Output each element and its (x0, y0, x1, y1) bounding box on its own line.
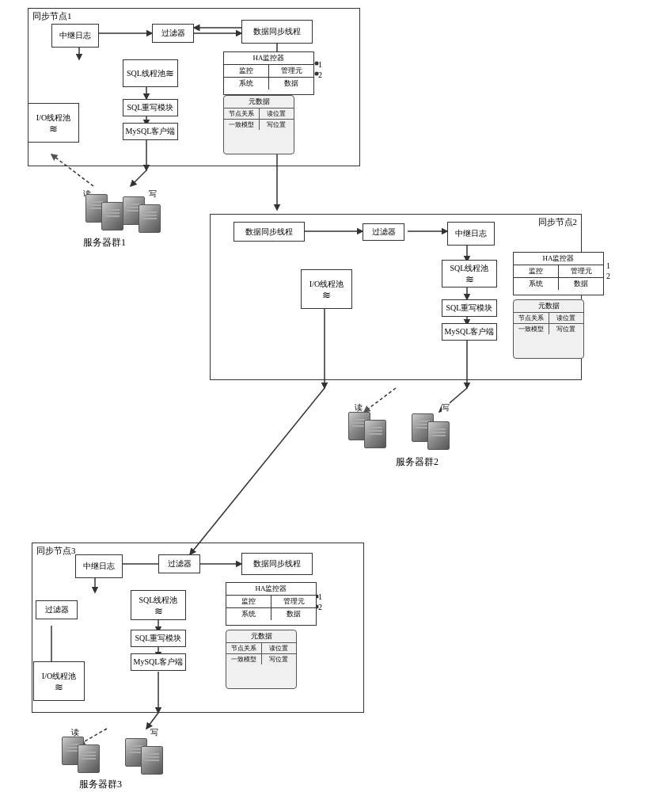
node3-io-pool: I/O线程池 ≋ (33, 661, 85, 701)
cluster2-label: 服务器群2 (396, 455, 439, 469)
node3-meta-db: 元数据 节点关系 读位置 一致模型 写位置 (226, 630, 297, 689)
node3-ha-num2: 2 (318, 603, 322, 611)
node2-relay-log: 中继日志 (447, 222, 495, 246)
node1-ha-box: HA监控器 监控 管理元 系统 数据 (223, 51, 314, 95)
svg-line-9 (131, 170, 146, 186)
node1-ha-num2: 2 (318, 70, 322, 79)
node2-write-label: 写 (442, 402, 450, 413)
node3-mysql-client: MySQL客户端 (131, 653, 186, 671)
node2-label: 同步节点2 (538, 216, 578, 228)
server-cluster1-b (101, 202, 123, 230)
node2-sql-pool: SQL线程池 ≋ (442, 260, 497, 287)
node1-label: 同步节点1 (32, 10, 72, 22)
node3-sql-rewrite: SQL重写模块 (131, 630, 186, 647)
cluster3-label: 服务器群3 (79, 778, 122, 791)
node2-ha-num1: 1 (606, 261, 610, 270)
node3-filter: 过滤器 (158, 554, 200, 573)
server-cluster1-d (139, 204, 161, 233)
node1-io-pool: I/O线程池 ≋ (28, 103, 79, 143)
node1-meta-db: 元数据 节点关系 读位置 一致模型 写位置 (223, 95, 294, 154)
node1-filter: 过滤器 (152, 24, 194, 43)
svg-line-17 (364, 388, 396, 412)
node1-sql-pool: SQL线程池 ≋ (123, 59, 178, 87)
server-cluster2-d (427, 421, 450, 450)
server-cluster3-b (78, 744, 100, 773)
node3-ha-num1: 1 (318, 592, 322, 601)
server-cluster3-d (141, 746, 163, 775)
node1-mysql-client: MySQL客户端 (123, 123, 178, 140)
node3-filter-left: 过滤器 (36, 600, 78, 619)
node2-io-pool: I/O线程池 ≋ (301, 269, 352, 309)
node2-ha-box: HA监控器 监控 管理元 系统 数据 (513, 252, 604, 295)
node2-ha-num2: 2 (606, 272, 610, 280)
node3-write-label: 写 (150, 727, 158, 738)
node2-filter: 过滤器 (363, 223, 404, 241)
node3-ha-box: HA监控器 监控 管理元 系统 数据 (226, 582, 317, 626)
node1-relay-log: 中继日志 (51, 24, 99, 48)
node1-ha-num1: 1 (318, 60, 322, 69)
node1-data-sync: 数据同步线程 (241, 20, 313, 44)
svg-line-30 (146, 713, 158, 729)
node3-data-sync: 数据同步线程 (241, 553, 313, 575)
node1-sql-rewrite: SQL重写模块 (123, 99, 178, 116)
node1-write-label: 写 (149, 188, 157, 200)
node2-mysql-client: MySQL客户端 (442, 323, 497, 341)
node2-data-sync: 数据同步线程 (233, 222, 305, 242)
node2-meta-db: 元数据 节点关系 读位置 一致模型 写位置 (513, 299, 584, 359)
server-cluster2-b (364, 420, 386, 448)
cluster1-label: 服务器群1 (83, 236, 126, 249)
node3-sql-pool: SQL线程池 ≋ (131, 590, 186, 620)
svg-line-20 (190, 388, 325, 554)
diagram-container: 同步节点1 中继日志 过滤器 数据同步线程 SQL线程池 ≋ HA监控器 监控 … (0, 0, 672, 792)
node3-relay-log: 中继日志 (75, 554, 123, 578)
node3-label: 同步节点3 (36, 545, 76, 557)
node2-sql-rewrite: SQL重写模块 (442, 299, 497, 317)
